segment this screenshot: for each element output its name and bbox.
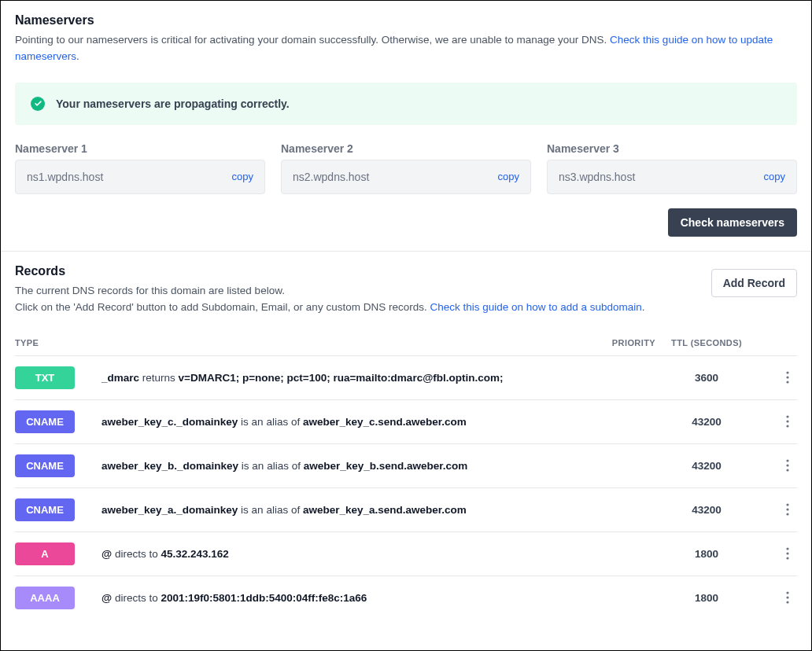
record-value: aweber_key_b._domainkey is an alias of a… xyxy=(102,460,467,472)
nameserver-grid: Nameserver 1 ns1.wpdns.host copy Nameser… xyxy=(15,142,797,194)
record-ttl: 43200 xyxy=(692,504,722,516)
svg-point-12 xyxy=(786,548,788,550)
svg-point-16 xyxy=(786,597,788,599)
nameserver-field: ns3.wpdns.host copy xyxy=(547,160,797,194)
svg-point-6 xyxy=(786,460,788,462)
records-section: Records The current DNS records for this… xyxy=(1,251,811,634)
svg-point-13 xyxy=(786,553,788,555)
svg-point-14 xyxy=(786,557,788,560)
svg-point-2 xyxy=(786,381,788,384)
records-title: Records xyxy=(15,264,700,278)
propagation-alert: Your nameservers are propagating correct… xyxy=(15,83,797,125)
svg-point-17 xyxy=(786,601,788,604)
svg-point-0 xyxy=(786,372,788,374)
more-vertical-icon[interactable] xyxy=(778,588,797,607)
copy-link[interactable]: copy xyxy=(498,171,519,182)
records-desc2: Click on the 'Add Record' button to add … xyxy=(15,300,700,316)
records-header: Records The current DNS records for this… xyxy=(15,264,797,316)
record-ttl: 43200 xyxy=(692,460,722,472)
nameservers-title: Nameservers xyxy=(15,13,797,28)
svg-point-4 xyxy=(786,421,788,423)
svg-point-7 xyxy=(786,465,788,467)
records-desc1: The current DNS records for this domain … xyxy=(15,283,700,300)
table-row: A@ directs to 45.32.243.1621800 xyxy=(15,531,797,576)
records-header-text: Records The current DNS records for this… xyxy=(15,264,700,316)
svg-point-5 xyxy=(786,425,788,428)
svg-point-3 xyxy=(786,416,788,418)
record-ttl: 43200 xyxy=(692,416,722,428)
check-circle-icon xyxy=(31,97,45,111)
record-value: @ directs to 2001:19f0:5801:1ddb:5400:04… xyxy=(102,592,367,604)
table-row: AAAA@ directs to 2001:19f0:5801:1ddb:540… xyxy=(15,576,797,620)
record-ttl: 1800 xyxy=(695,548,718,560)
svg-point-10 xyxy=(786,509,788,511)
nameserver-col: Nameserver 1 ns1.wpdns.host copy xyxy=(15,142,265,194)
more-vertical-icon[interactable] xyxy=(778,456,797,475)
records-guide-link[interactable]: Check this guide on how to add a subdoma… xyxy=(430,301,641,313)
record-value: aweber_key_a._domainkey is an alias of a… xyxy=(102,504,467,516)
record-type-badge: CNAME xyxy=(15,410,75,433)
nameserver-value: ns3.wpdns.host xyxy=(559,171,635,183)
nameserver-actions: Check nameservers xyxy=(15,208,797,237)
record-ttl: 1800 xyxy=(695,592,718,604)
nameserver-field: ns1.wpdns.host copy xyxy=(15,160,265,194)
svg-point-1 xyxy=(786,377,788,379)
nameservers-desc: Pointing to our nameservers is critical … xyxy=(15,32,797,65)
more-vertical-icon[interactable] xyxy=(778,500,797,519)
record-type-badge: AAAA xyxy=(15,587,75,609)
th-ttl: TTL (SECONDS) xyxy=(655,338,758,348)
nameserver-col: Nameserver 2 ns2.wpdns.host copy xyxy=(281,142,531,194)
svg-point-8 xyxy=(786,469,788,472)
nameserver-field: ns2.wpdns.host copy xyxy=(281,160,531,194)
table-row: CNAMEaweber_key_b._domainkey is an alias… xyxy=(15,443,797,487)
records-desc2-suffix: . xyxy=(642,301,645,313)
copy-link[interactable]: copy xyxy=(764,171,785,182)
nameserver-label: Nameserver 3 xyxy=(547,142,797,155)
nameservers-desc-text: Pointing to our nameservers is critical … xyxy=(15,34,610,46)
th-type: TYPE xyxy=(15,338,102,348)
svg-point-9 xyxy=(786,504,788,506)
table-row: CNAMEaweber_key_c._domainkey is an alias… xyxy=(15,399,797,443)
record-type-badge: CNAME xyxy=(15,498,75,521)
record-value: @ directs to 45.32.243.162 xyxy=(102,548,229,560)
svg-point-11 xyxy=(786,513,788,516)
nameserver-value: ns2.wpdns.host xyxy=(293,171,369,183)
svg-point-15 xyxy=(786,592,788,594)
table-row: TXT_dmarc returns v=DMARC1; p=none; pct=… xyxy=(15,355,797,399)
more-vertical-icon[interactable] xyxy=(778,544,797,563)
record-value: aweber_key_c._domainkey is an alias of a… xyxy=(102,416,467,428)
th-priority: PRIORITY xyxy=(592,338,655,348)
record-ttl: 3600 xyxy=(695,372,718,384)
table-head: TYPE PRIORITY TTL (SECONDS) xyxy=(15,327,797,355)
nameserver-col: Nameserver 3 ns3.wpdns.host copy xyxy=(547,142,797,194)
copy-link[interactable]: copy xyxy=(232,171,253,182)
record-type-badge: TXT xyxy=(15,366,75,389)
alert-text: Your nameservers are propagating correct… xyxy=(56,97,290,110)
more-vertical-icon[interactable] xyxy=(778,412,797,431)
record-value: _dmarc returns v=DMARC1; p=none; pct=100… xyxy=(102,372,504,384)
records-desc2-text: Click on the 'Add Record' button to add … xyxy=(15,301,430,313)
nameservers-desc-suffix: . xyxy=(76,50,79,62)
records-table: TYPE PRIORITY TTL (SECONDS) TXT_dmarc re… xyxy=(15,327,797,620)
more-vertical-icon[interactable] xyxy=(778,368,797,387)
nameservers-section: Nameservers Pointing to our nameservers … xyxy=(1,1,811,251)
nameserver-label: Nameserver 1 xyxy=(15,142,265,155)
nameserver-label: Nameserver 2 xyxy=(281,142,531,155)
nameserver-value: ns1.wpdns.host xyxy=(27,171,103,183)
table-row: CNAMEaweber_key_a._domainkey is an alias… xyxy=(15,487,797,531)
check-nameservers-button[interactable]: Check nameservers xyxy=(668,208,797,237)
record-type-badge: CNAME xyxy=(15,454,75,477)
record-type-badge: A xyxy=(15,542,75,565)
add-record-button[interactable]: Add Record xyxy=(711,269,797,297)
